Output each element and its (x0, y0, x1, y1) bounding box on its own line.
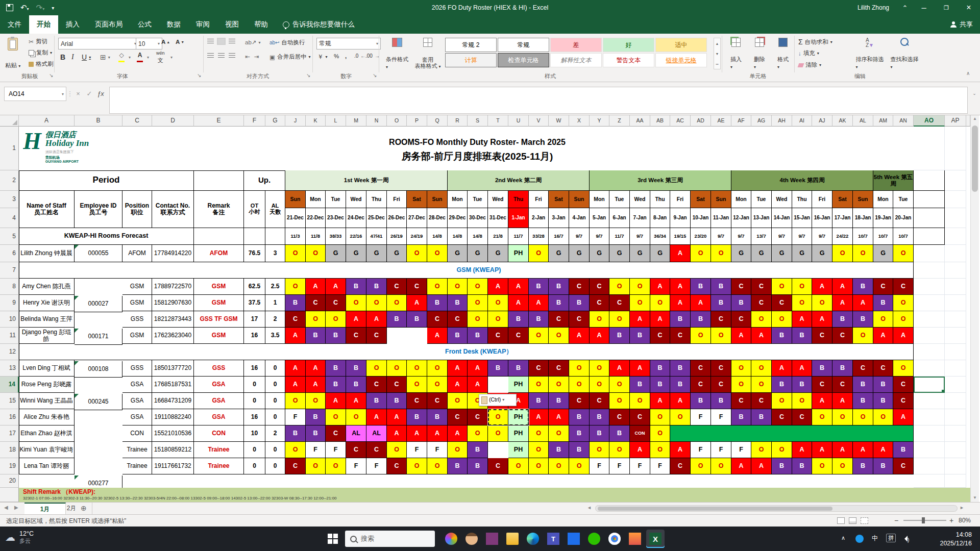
shift-cell[interactable]: A (285, 328, 306, 344)
forecast-cell[interactable]: 14/8 (468, 228, 488, 245)
shift-cell[interactable]: B (326, 328, 346, 344)
hscroll-thumb[interactable] (598, 507, 832, 511)
shift-cell[interactable]: C (387, 377, 407, 393)
font-name-select[interactable]: Arial▾ (58, 38, 139, 49)
shift-cell[interactable]: A (448, 377, 468, 393)
shift-cell[interactable]: C (609, 295, 630, 311)
taskbar-app-edge[interactable] (524, 530, 542, 548)
row-header-5[interactable]: 5 (0, 228, 19, 245)
col-header-U[interactable]: U (508, 115, 529, 127)
shift-cell[interactable]: B (873, 393, 893, 409)
empty-cell[interactable] (914, 474, 945, 488)
day-name-cell[interactable]: Sun (427, 191, 448, 208)
shift-cell[interactable]: A (670, 442, 691, 458)
column-title[interactable]: OT 小时 (244, 191, 265, 228)
empty-cell[interactable] (914, 262, 945, 279)
staff-contact-cell[interactable]: 18212873443 (152, 311, 194, 328)
shift-cell[interactable]: B (468, 328, 488, 344)
shift-cell[interactable]: A (407, 425, 427, 442)
taskbar-app-pinwheel[interactable] (442, 530, 460, 548)
shift-cell[interactable]: G (772, 245, 792, 262)
column-title[interactable]: Remark 备注 (194, 191, 244, 228)
shift-cell[interactable]: O (731, 377, 751, 393)
forecast-cell[interactable]: 33/28 (529, 228, 549, 245)
staff-contact-cell[interactable]: 15521010536 (152, 425, 194, 442)
shift-cell[interactable]: C (893, 458, 914, 474)
shift-cell[interactable]: A (326, 279, 346, 295)
shift-cell[interactable]: O (853, 328, 873, 344)
shift-cell[interactable]: O (549, 425, 569, 442)
staff-name-cell[interactable]: Henry Xie 谢沃明 (19, 295, 75, 311)
shift-cell[interactable]: A (812, 393, 832, 409)
shift-cell[interactable]: A (853, 442, 873, 458)
col-header-AC[interactable]: AC (670, 115, 691, 127)
shift-cell[interactable]: B (366, 393, 387, 409)
staff-remark-cell[interactable]: GSM (194, 279, 244, 295)
weather-widget[interactable]: ☁ 12°C 多云 (5, 530, 34, 544)
shift-cell[interactable]: B (873, 377, 893, 393)
staff-position-cell[interactable]: CON (122, 425, 152, 442)
shift-cell[interactable]: B (792, 328, 812, 344)
day-name-cell[interactable]: Sun (853, 191, 873, 208)
staff-name-cell[interactable]: Lilith Zhong 钟晨晨 (19, 245, 75, 262)
shift-cell[interactable]: O (448, 393, 468, 409)
shift-cell[interactable]: G (650, 245, 670, 262)
confirm-entry-icon[interactable]: ✓ (84, 87, 95, 100)
shift-cell[interactable]: A (893, 328, 914, 344)
forecast-cell[interactable]: 9/7 (792, 228, 812, 245)
empty-cell[interactable] (914, 442, 945, 458)
menu-tab-审阅[interactable]: 审阅 (188, 15, 217, 34)
shift-cell[interactable]: B (468, 458, 488, 474)
date-cell[interactable]: 15-Jan (792, 208, 812, 228)
shift-cell[interactable]: B (427, 295, 448, 311)
shift-cell[interactable]: O (590, 311, 609, 328)
shift-cell[interactable]: A (346, 393, 366, 409)
shift-cell[interactable]: O (306, 393, 326, 409)
shift-cell[interactable]: A (407, 295, 427, 311)
shift-cell[interactable]: O (650, 409, 670, 425)
forecast-cell[interactable]: 23/20 (691, 228, 711, 245)
row-header-18[interactable]: 18 (0, 442, 19, 458)
shift-cell[interactable]: O (853, 245, 873, 262)
row-header-10[interactable]: 10 (0, 311, 19, 328)
shift-cell[interactable]: F (366, 458, 387, 474)
shift-cell[interactable]: G (488, 245, 508, 262)
shift-cell[interactable]: A (731, 458, 751, 474)
vscroll-up-arrow[interactable]: ▲ (973, 117, 977, 121)
empty-cell[interactable] (914, 311, 945, 328)
shift-cell[interactable]: O (285, 442, 306, 458)
shift-cell[interactable]: G (630, 245, 650, 262)
col-header-Q[interactable]: Q (427, 115, 448, 127)
empty-cell[interactable] (194, 228, 244, 245)
empty-cell[interactable] (914, 228, 945, 245)
up-header[interactable]: Up. (244, 170, 285, 191)
taskbar-search-box[interactable]: 搜索 (345, 531, 435, 547)
empty-cell[interactable] (914, 409, 945, 425)
empty-cell[interactable] (945, 311, 966, 328)
staff-remark-cell[interactable]: Trainee (194, 458, 244, 474)
shift-cell[interactable]: C (670, 458, 691, 474)
forecast-cell[interactable]: 13/7 (751, 228, 772, 245)
staff-position-cell[interactable]: GSM (122, 279, 152, 295)
day-name-cell[interactable]: Tue (893, 191, 914, 208)
empty-cell[interactable] (945, 328, 966, 344)
grow-font-button[interactable]: A▲ (161, 39, 170, 45)
empty-cell[interactable] (945, 474, 966, 488)
conditional-formatting-button[interactable]: 条件格式▾ (383, 38, 411, 69)
shift-cell[interactable]: B (387, 311, 407, 328)
zoom-level[interactable]: 80% (959, 517, 971, 524)
empty-cell[interactable] (945, 279, 966, 295)
collapse-ribbon-icon[interactable]: ∧ (966, 70, 970, 76)
shift-cell[interactable]: O (366, 360, 387, 377)
forecast-cell[interactable]: 9/7 (569, 228, 590, 245)
taskbar-app-excel[interactable]: X (646, 530, 665, 548)
borders-button[interactable]: ⊞ ▾ (100, 53, 110, 61)
shift-cell[interactable]: B (590, 409, 609, 425)
clear-button[interactable]: 清除 ▾ (798, 61, 821, 69)
shift-cell[interactable]: O (508, 458, 529, 474)
autosum-button[interactable]: Σ自动求和 ▾ (798, 38, 832, 46)
date-cell[interactable]: 18-Jan (853, 208, 873, 228)
empty-cell[interactable] (945, 127, 966, 170)
shift-cell[interactable]: B (853, 458, 873, 474)
col-header-AE[interactable]: AE (711, 115, 731, 127)
